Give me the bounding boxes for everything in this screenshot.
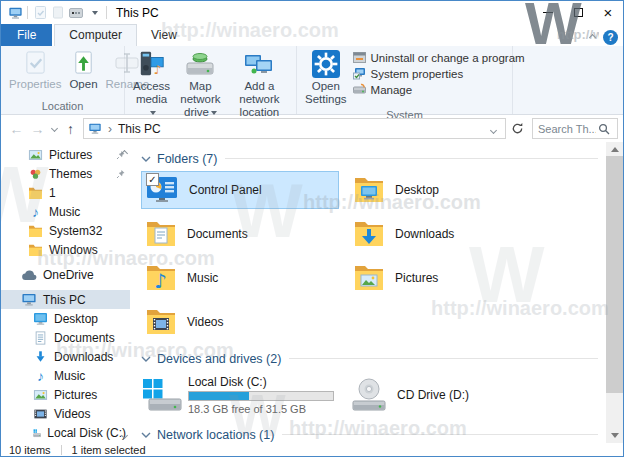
qat-new-folder-icon[interactable] xyxy=(49,4,67,22)
map-network-drive-button[interactable]: Map network drive xyxy=(174,48,227,122)
documents-icon xyxy=(33,331,48,345)
tab-computer[interactable]: Computer xyxy=(54,24,137,46)
cd-drive-icon xyxy=(349,377,389,413)
recent-locations-icon[interactable] xyxy=(48,118,60,139)
add-network-location-button[interactable]: Add a network location xyxy=(227,48,292,122)
tab-file[interactable]: File xyxy=(1,24,52,46)
main-body: Pictures Themes 1 ♪ Music System32 xyxy=(1,142,623,443)
system-properties-icon xyxy=(353,67,366,80)
tab-view[interactable]: View xyxy=(137,25,191,46)
collapse-section-icon[interactable] xyxy=(141,354,151,364)
up-button[interactable]: ↑ xyxy=(60,118,81,139)
documents-folder-icon xyxy=(145,220,177,248)
local-disk-free-space: 18.3 GB free of 31.5 GB xyxy=(188,403,334,415)
sidebar-item-local-disk[interactable]: Local Disk (C:) xyxy=(1,423,130,442)
folder-tile-pictures[interactable]: Pictures xyxy=(349,259,547,297)
section-header-network[interactable]: Network locations (1) xyxy=(141,425,606,443)
scroll-up-button[interactable] xyxy=(606,142,623,157)
manage-button[interactable]: Manage xyxy=(353,83,525,96)
onedrive-icon xyxy=(21,269,37,281)
open-settings-button[interactable]: Open Settings xyxy=(301,48,351,108)
search-box[interactable] xyxy=(532,118,618,139)
collapse-section-icon[interactable] xyxy=(141,154,151,164)
ribbon-empty-space xyxy=(513,46,623,114)
folder-tile-documents[interactable]: Documents xyxy=(141,215,339,253)
sidebar-item-themes[interactable]: Themes xyxy=(1,164,130,183)
breadcrumb-this-pc[interactable]: This PC xyxy=(118,122,161,136)
qat-properties-icon[interactable] xyxy=(31,4,49,22)
forward-button: → xyxy=(27,118,48,139)
sidebar-item-this-pc[interactable]: This PC xyxy=(1,290,130,309)
help-button[interactable]: ? xyxy=(603,30,618,45)
vertical-scrollbar[interactable] xyxy=(606,142,623,443)
ribbon: Properties Open Rename Location ♪ Access… xyxy=(1,46,623,115)
collapse-ribbon-icon[interactable] xyxy=(589,34,596,41)
qat-custom-icon[interactable] xyxy=(67,4,85,22)
local-disk-icon xyxy=(141,376,183,414)
sidebar-item-desktop[interactable]: Desktop xyxy=(1,309,130,328)
scroll-down-button[interactable] xyxy=(606,428,623,443)
sidebar-item-videos[interactable]: Videos xyxy=(1,404,130,423)
folder-tile-label: Music xyxy=(187,271,218,285)
system-properties-button[interactable]: System properties xyxy=(353,67,525,80)
section-header-folders[interactable]: Folders (7) xyxy=(141,149,606,168)
minimize-button[interactable] xyxy=(533,1,563,24)
nav-scroll-down-icon[interactable] xyxy=(122,427,127,441)
open-button[interactable]: Open xyxy=(65,48,101,93)
this-pc-icon xyxy=(6,4,24,22)
sidebar-item-music[interactable]: ♪ Music xyxy=(1,366,130,385)
videos-icon xyxy=(33,407,48,421)
search-icon[interactable] xyxy=(598,123,610,135)
group-label-location: Location xyxy=(5,99,120,114)
sidebar-item-pictures[interactable]: Pictures xyxy=(1,385,130,404)
sidebar-item-music-qa[interactable]: ♪ Music xyxy=(1,202,130,221)
folder-icon xyxy=(28,243,43,256)
sidebar-item-1[interactable]: 1 xyxy=(1,183,130,202)
refresh-button[interactable] xyxy=(506,118,528,139)
sidebar-item-downloads[interactable]: Downloads xyxy=(1,347,130,366)
music-note-icon: ♪ xyxy=(28,205,43,219)
titlebar-divider xyxy=(106,6,107,19)
search-input[interactable] xyxy=(536,122,598,136)
titlebar-divider xyxy=(27,6,28,19)
folder-tile-downloads[interactable]: Downloads xyxy=(349,215,547,253)
pictures-folder-icon xyxy=(353,264,385,292)
address-dropdown-icon[interactable] xyxy=(486,122,501,136)
folder-icon xyxy=(28,186,43,199)
folder-tile-videos[interactable]: Videos xyxy=(141,303,339,341)
address-bar[interactable]: › This PC xyxy=(83,118,506,139)
scrollbar-thumb[interactable] xyxy=(606,156,623,393)
folder-tile-label: Videos xyxy=(187,315,223,329)
uninstall-icon xyxy=(353,51,366,64)
cd-drive-tile[interactable]: CD Drive (D:) xyxy=(349,377,469,413)
sidebar-item-onedrive[interactable]: OneDrive xyxy=(1,265,130,284)
section-header-devices[interactable]: Devices and drives (2) xyxy=(141,349,606,368)
folder-tile-label: Pictures xyxy=(395,271,438,285)
section-rule xyxy=(225,158,598,159)
sidebar-item-system32[interactable]: System32 xyxy=(1,221,130,240)
sidebar-item-documents[interactable]: Documents xyxy=(1,328,130,347)
dropdown-arrow-icon xyxy=(150,111,156,115)
qat-dropdown-icon[interactable] xyxy=(85,4,103,22)
selection-checkbox[interactable]: ✓ xyxy=(146,173,159,186)
folder-tile-music[interactable]: ♪ Music xyxy=(141,259,339,297)
sidebar-item-pictures[interactable]: Pictures xyxy=(1,145,130,164)
properties-icon xyxy=(23,50,48,76)
status-bar: 10 items 1 item selected xyxy=(1,443,623,456)
folder-tile-label: Documents xyxy=(187,227,248,241)
folder-tile-desktop[interactable]: Desktop xyxy=(349,171,547,209)
ribbon-group-location: Properties Open Rename Location xyxy=(1,46,125,114)
folder-tile-control-panel[interactable]: ✓ Control Panel xyxy=(141,171,339,209)
sidebar-item-windows[interactable]: Windows xyxy=(1,240,130,259)
window-title: This PC xyxy=(116,6,159,20)
close-button[interactable]: × xyxy=(593,1,623,24)
uninstall-program-button[interactable]: Uninstall or change a program xyxy=(353,51,525,64)
cd-drive-name: CD Drive (D:) xyxy=(397,388,469,402)
collapse-section-icon[interactable] xyxy=(141,430,151,440)
maximize-button[interactable] xyxy=(563,1,593,24)
music-note-icon: ♪ xyxy=(33,369,48,383)
selection-count: 1 item selected xyxy=(72,444,146,456)
nav-scroll-up-icon[interactable] xyxy=(122,145,127,159)
downloads-icon xyxy=(33,350,48,364)
local-disk-tile[interactable]: Local Disk (C:) 18.3 GB free of 31.5 GB xyxy=(141,375,349,415)
